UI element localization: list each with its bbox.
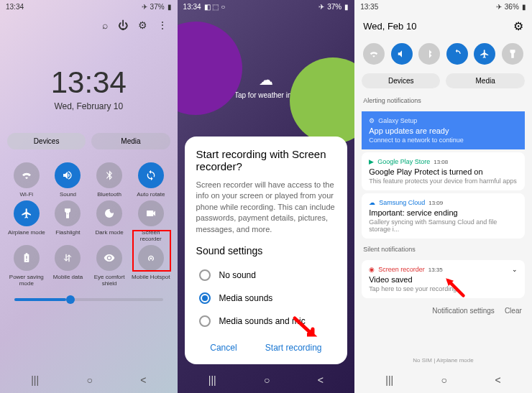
nav-home[interactable]: ○ <box>441 374 447 386</box>
status-icons: ◧ ⬚ ○ <box>204 3 226 11</box>
notif-header: Wed, Feb 10 ⚙ <box>354 14 532 39</box>
record-icon: ◉ <box>369 266 375 273</box>
qs-rotate[interactable] <box>446 43 468 65</box>
nav-recent[interactable]: ||| <box>385 374 393 386</box>
search-icon[interactable]: ⌕ <box>102 19 108 31</box>
tab-devices[interactable]: Devices <box>7 133 86 149</box>
battery-icon: ▮ <box>522 3 526 11</box>
notif-date: Wed, Feb 10 <box>363 21 416 32</box>
radio-media-mic[interactable]: Media sounds and mic <box>196 310 336 333</box>
wifi-icon <box>369 49 379 59</box>
qs-airplane[interactable] <box>474 43 495 65</box>
wifi-icon <box>21 170 32 181</box>
airplane-icon: ✈ <box>142 3 147 11</box>
notification-settings-link[interactable]: Notification settings <box>432 307 495 315</box>
qs-bluetooth[interactable] <box>418 43 440 65</box>
more-icon[interactable]: ⋮ <box>157 19 168 31</box>
qs-wifi[interactable]: Wi-Fi <box>7 162 46 198</box>
notif-footer: Notification settings Clear <box>354 301 532 320</box>
qs-darkmode[interactable]: Dark mode <box>90 200 129 242</box>
dialog-body: Screen recorder will have access to the … <box>196 180 336 235</box>
qs-eyecomfort[interactable]: Eye comfort shield <box>90 245 129 287</box>
nav-back[interactable]: < <box>318 374 324 386</box>
qs-powersaving[interactable]: Power saving mode <box>7 245 46 287</box>
airplane-icon: ✈ <box>318 3 324 11</box>
start-recording-button[interactable]: Start recording <box>265 343 322 353</box>
clock: 13:34 Wed, February 10 <box>0 65 178 111</box>
status-bar: 13:35 ✈36%▮ <box>354 0 532 14</box>
nav-bar: ||| ○ < <box>354 367 532 393</box>
hotspot-icon <box>145 252 157 264</box>
quick-settings-row <box>354 39 532 69</box>
sound-icon <box>62 170 73 181</box>
clock-date: Wed, February 10 <box>0 101 178 111</box>
qs-flashlight[interactable]: Flashlight <box>49 200 88 242</box>
status-bar: 13:34◧ ⬚ ○ ✈37%▮ <box>178 0 355 14</box>
radio-no-sound[interactable]: No sound <box>196 264 336 287</box>
quick-settings-grid: Wi-Fi Sound Bluetooth Auto rotate Airpla… <box>0 157 178 292</box>
status-time: 13:34 <box>183 3 201 11</box>
notif-screen-recorder[interactable]: ◉Screen recorder13:35⌄ Video saved Tap h… <box>362 260 525 298</box>
nav-bar: ||| ○ < <box>0 367 178 393</box>
data-icon <box>62 252 73 264</box>
cancel-button[interactable]: Cancel <box>210 343 237 353</box>
status-time: 13:35 <box>360 3 378 11</box>
bluetooth-icon <box>424 49 434 59</box>
airplane-icon <box>21 208 32 219</box>
play-icon: ▶ <box>369 158 374 165</box>
qs-flashlight[interactable] <box>502 43 523 65</box>
dark-icon <box>104 208 115 219</box>
rotate-icon <box>452 49 462 59</box>
status-bar: 13:34 ✈ 37% ▮ <box>0 0 178 14</box>
qs-wifi[interactable] <box>363 43 385 65</box>
qs-mobiledata[interactable]: Mobile data <box>49 245 88 287</box>
tab-devices[interactable]: Devices <box>362 73 440 88</box>
recording-dialog: Start recording with Screen recorder? Sc… <box>185 137 348 364</box>
qs-airplane[interactable]: Airplane mode <box>7 200 46 242</box>
airplane-icon <box>480 49 490 59</box>
notif-play-store[interactable]: ▶Google Play Store13:08 Google Play Prot… <box>362 152 525 190</box>
nav-home[interactable]: ○ <box>264 374 270 386</box>
device-media-tabs: Devices Media <box>7 133 170 149</box>
dialog-title: Start recording with Screen recorder? <box>196 148 336 172</box>
rotate-icon <box>145 170 157 181</box>
gear-icon[interactable]: ⚙ <box>513 19 523 33</box>
qs-rotate[interactable]: Auto rotate <box>132 162 170 198</box>
battery-icon: ▮ <box>344 3 349 11</box>
battery-text: 37% <box>327 3 341 11</box>
power-icon[interactable]: ⏻ <box>118 19 128 31</box>
nav-bar: ||| ○ < <box>178 367 355 393</box>
qs-sound[interactable]: Sound <box>49 162 88 198</box>
radio-media-sounds[interactable]: Media sounds <box>196 287 336 310</box>
qs-screen-recorder[interactable]: Screen recorder <box>132 200 170 242</box>
chevron-down-icon[interactable]: ⌄ <box>512 266 518 273</box>
status-footer: No SIM | Airplane mode <box>354 355 532 366</box>
nav-recent[interactable]: ||| <box>31 374 39 386</box>
alerting-header: Alerting notifications <box>354 93 532 108</box>
phone-notifications: 13:35 ✈36%▮ Wed, Feb 10 ⚙ Devices Media … <box>354 0 532 393</box>
qs-sound[interactable] <box>391 43 413 65</box>
power-icon <box>21 252 32 264</box>
eye-icon <box>104 252 115 264</box>
nav-recent[interactable]: ||| <box>208 374 216 386</box>
brightness-slider[interactable] <box>14 298 163 301</box>
nav-home[interactable]: ○ <box>86 374 92 386</box>
battery-text: 37% <box>150 3 165 11</box>
notif-galaxy-setup[interactable]: ⚙Galaxy Setup App updates are ready Conn… <box>362 111 525 149</box>
tab-media[interactable]: Media <box>91 133 170 149</box>
clock-time: 13:34 <box>0 65 178 100</box>
tab-media[interactable]: Media <box>446 73 524 88</box>
airplane-icon: ✈ <box>496 3 502 11</box>
status-time: 13:34 <box>6 3 24 11</box>
phone-dialog: 13:34◧ ⬚ ○ ✈37%▮ ☁ Tap for weather info … <box>178 0 355 393</box>
qs-hotspot[interactable]: Mobile Hotspot <box>132 245 170 287</box>
sound-icon <box>397 49 407 59</box>
qs-bluetooth[interactable]: Bluetooth <box>90 162 129 198</box>
nav-back[interactable]: < <box>495 374 500 386</box>
clear-button[interactable]: Clear <box>505 307 522 315</box>
sound-settings-title: Sound settings <box>196 245 336 256</box>
notif-samsung-cloud[interactable]: ☁Samsung Cloud13:09 Important: service e… <box>362 193 525 239</box>
gear-icon[interactable]: ⚙ <box>138 19 147 31</box>
nav-back[interactable]: < <box>140 374 146 386</box>
silent-header: Silent notifications <box>354 241 532 257</box>
